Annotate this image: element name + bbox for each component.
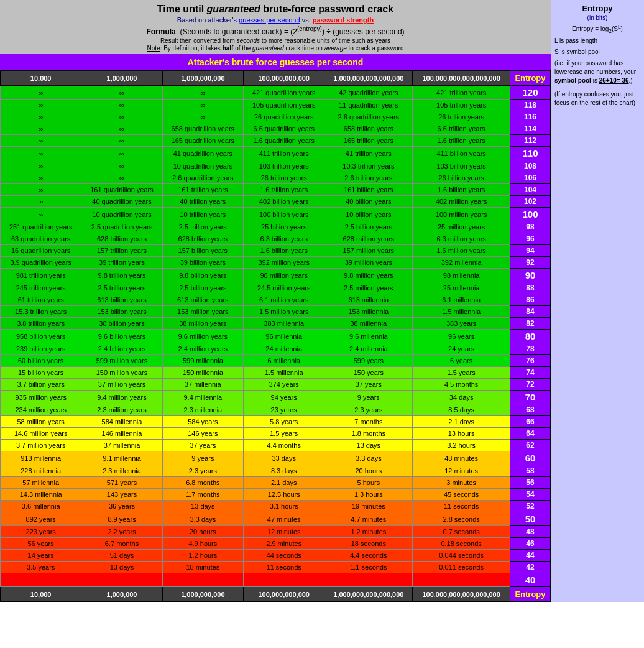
table-cell: 25 millennia	[413, 282, 510, 294]
table-cell: 56 years	[1, 538, 81, 550]
table-cell: 153 millennia	[324, 306, 413, 318]
table-cell: 105 trillion years	[413, 100, 510, 111]
table-cell: ∞	[1, 172, 81, 184]
entropy-cell: 58	[510, 465, 550, 477]
entropy-cell: 104	[510, 184, 550, 196]
table-cell: 45 seconds	[413, 489, 510, 501]
col-header-100b: 100,000,000,000	[244, 71, 324, 86]
table-row: 3.6 millennia36 years13 days3.1 hours19 …	[1, 501, 551, 512]
table-cell: 96 millennia	[244, 330, 324, 343]
table-cell: 3.6 millennia	[1, 501, 81, 512]
table-row: 14 years51 days1.2 hours44 seconds4.4 se…	[1, 550, 551, 562]
table-cell: ∞	[1, 123, 81, 135]
table-cell: 0.7 seconds	[413, 526, 510, 538]
table-cell: 383 years	[413, 318, 510, 330]
table-cell: 37 millennia	[162, 379, 243, 391]
table-cell: 2.2 years	[81, 526, 162, 538]
table-cell: 0.044 seconds	[413, 550, 510, 562]
table-row: ∞10 quadrillion years10 trillion years10…	[1, 208, 551, 221]
note2: Note: By definition, it takes half of th…	[2, 45, 548, 52]
table-cell	[162, 573, 243, 587]
table-cell: 2.4 millennia	[324, 343, 413, 355]
sidebar: Entropy (in bits) Entropy = log2(SL) L i…	[551, 0, 644, 602]
table-cell: 2.4 million years	[162, 343, 243, 355]
table-row: ∞∞∞421 quadrillion years42 quadrillion y…	[1, 86, 551, 100]
table-cell: 12.5 hours	[244, 489, 324, 501]
table-cell: 658 trillion years	[324, 123, 413, 135]
table-row: ∞161 quadrillion years161 trillion years…	[1, 184, 551, 196]
table-cell: 18 minutes	[162, 562, 243, 573]
table-cell: ∞	[1, 86, 81, 100]
table-cell: 10 quadrillion years	[162, 160, 243, 172]
table-cell: ∞	[1, 184, 81, 196]
table-cell: 2.3 million years	[81, 404, 162, 416]
table-cell: 57 millennia	[1, 477, 81, 489]
table-cell: 421 trillion years	[413, 86, 510, 100]
col-header-entropy: Entropy	[510, 71, 550, 86]
table-cell: 146 millennia	[81, 428, 162, 440]
entropy-cell: 100	[510, 208, 550, 221]
table-cell: 2.3 years	[162, 465, 243, 477]
table-cell: 165 trillion years	[324, 135, 413, 147]
table-cell: 1.7 months	[162, 489, 243, 501]
table-cell: 9.6 million years	[162, 330, 243, 343]
table-cell: 1.2 hours	[162, 550, 243, 562]
table-cell: ∞	[81, 123, 162, 135]
table-cell: 1.5 years	[244, 428, 324, 440]
table-cell: 613 millennia	[324, 294, 413, 306]
table-cell: 40 quadrillion years	[81, 196, 162, 208]
table-cell: 4.4 months	[244, 440, 324, 451]
table-cell: 9.8 million years	[324, 269, 413, 282]
table-row: 14.3 millennia143 years1.7 months12.5 ho…	[1, 489, 551, 501]
entropy-cell: 114	[510, 123, 550, 135]
table-cell: 3.8 trillion years	[1, 318, 81, 330]
table-cell: 9.6 billion years	[81, 330, 162, 343]
table-cell: 1.6 million years	[413, 245, 510, 257]
table-row: 234 million years2.3 million years2.3 mi…	[1, 404, 551, 416]
table-cell: ∞	[1, 135, 81, 147]
table-cell: 39 trillion years	[81, 257, 162, 269]
table-cell: 1.5 million years	[244, 306, 324, 318]
table-cell: 146 years	[162, 428, 243, 440]
table-cell: 6.3 million years	[413, 233, 510, 245]
page-title: Time until guaranteed brute-force passwo…	[2, 4, 548, 15]
table-cell: 157 billion years	[162, 245, 243, 257]
footer-100q: 100,000,000,000,000,000	[413, 587, 510, 602]
footer-10k: 10,000	[1, 587, 81, 602]
table-cell: 571 years	[81, 477, 162, 489]
table-cell: 2.1 days	[413, 416, 510, 428]
entropy-cell: 96	[510, 233, 550, 245]
table-cell: 3.1 hours	[244, 501, 324, 512]
table-cell: ∞	[1, 100, 81, 111]
table-cell: ∞	[1, 147, 81, 160]
table-cell: 16 quadrillion years	[1, 245, 81, 257]
table-cell: 24 years	[413, 343, 510, 355]
table-row: ∞∞658 quadrillion years6.6 quadrillion y…	[1, 123, 551, 135]
table-cell: 1.6 trillion years	[413, 135, 510, 147]
table-cell: 161 billion years	[324, 184, 413, 196]
table-cell: 3.7 billion years	[1, 379, 81, 391]
table-cell: ∞	[1, 208, 81, 221]
table-cell: ∞	[81, 160, 162, 172]
table-cell: 60 billion years	[1, 355, 81, 367]
table-cell: 10.3 trillion years	[324, 160, 413, 172]
table-cell: 37 years	[324, 379, 413, 391]
table-cell: 9.6 millennia	[324, 330, 413, 343]
table-cell: 10 quadrillion years	[81, 208, 162, 221]
table-cell: 24 millennia	[244, 343, 324, 355]
table-cell: 6 years	[413, 355, 510, 367]
table-cell: 234 million years	[1, 404, 81, 416]
table-cell: 26 billion years	[413, 172, 510, 184]
entropy-cell: 42	[510, 562, 550, 573]
table-cell: 105 quadrillion years	[244, 100, 324, 111]
table-cell: ∞	[1, 160, 81, 172]
table-cell: 157 trillion years	[81, 245, 162, 257]
entropy-cell: 80	[510, 330, 550, 343]
table-row: 57 millennia571 years6.8 months2.1 days5…	[1, 477, 551, 489]
table-cell: 23 years	[244, 404, 324, 416]
entropy-cell: 86	[510, 294, 550, 306]
table-cell: 157 million years	[324, 245, 413, 257]
table-row: 981 trillion years9.8 trillion years9.8 …	[1, 269, 551, 282]
entropy-cell: 62	[510, 440, 550, 451]
entropy-cell: 68	[510, 404, 550, 416]
